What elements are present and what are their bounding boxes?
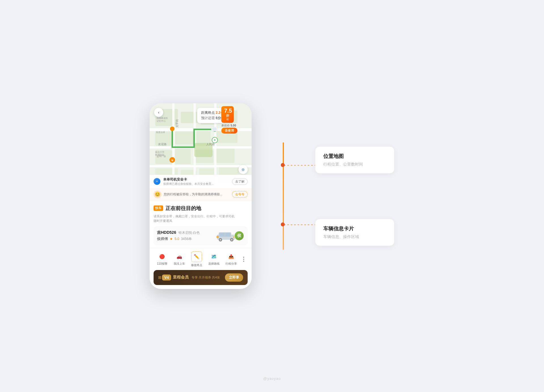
svg-text:+: +: [214, 138, 216, 142]
annotation-map-desc: 行程位置、公里数时间: [323, 162, 386, 167]
status-header: 快车 正在前往目的地: [154, 205, 248, 212]
svg-rect-27: [212, 128, 217, 130]
member-title: 里程会员: [173, 275, 189, 280]
annotations-panel: 位置地图 行程位置、公里数时间 车辆信息卡片 车辆信息、操作区域: [315, 146, 394, 246]
face-icon: 😊: [154, 190, 162, 198]
annotation-vehicle-title: 车辆信息卡片: [323, 225, 386, 232]
svg-rect-47: [226, 233, 230, 236]
action-110-label: 110报警: [157, 262, 167, 266]
driver-name: 侯师傅: [157, 236, 168, 241]
action-share-icon: 📤: [227, 253, 235, 261]
safety-know-button[interactable]: 去了解: [232, 178, 248, 185]
safety-text: 本单司机安全卡 侯师傅已通过身份核验、本月安全教育...: [163, 177, 229, 186]
svg-rect-10: [175, 149, 191, 164]
star-icon: ★: [170, 237, 173, 241]
vehicle-card: 吉HDD526 铃木启悦·白色 侯师傅 ★ 5.0 3456单: [154, 226, 248, 245]
location-button[interactable]: ⊕: [239, 165, 248, 174]
action-route-label: 选择路线: [208, 262, 220, 266]
member-card: ⊞ V4 里程会员 专享·月月领券 共4张 立即享: [154, 270, 248, 285]
action-share-label: 行程分享: [226, 262, 237, 266]
back-button[interactable]: ‹: [154, 108, 163, 117]
svg-rect-46: [220, 233, 224, 236]
action-edit-dest-icon-wrap: ✏️: [191, 251, 202, 262]
praise-button[interactable]: 去夸夸: [232, 191, 248, 198]
trip-count: 3456单: [181, 237, 192, 241]
coupon-value: 5.00: [231, 124, 236, 127]
main-container: 太平街 人民路 友谊路 棕榈林成长 记忆中心 名仕苑 延吉市妇幼 保健所 益华广…: [150, 103, 394, 289]
svg-text:附属医院: 附属医院: [155, 154, 164, 156]
svg-text:记忆中心: 记忆中心: [157, 120, 166, 122]
vehicle-plate-row: 吉HDD526 铃木启悦·白色: [157, 230, 211, 235]
action-bar: 🔴 110报警 🚗 我没上车 ✏️ 修改终点 🗺️ 选择路线: [150, 248, 252, 270]
action-share[interactable]: 📤 行程分享: [222, 253, 240, 266]
vertical-connector: [283, 142, 284, 250]
svg-point-51: [231, 239, 233, 241]
annotation-vehicle-desc: 车辆信息、操作区域: [323, 234, 386, 239]
bottom-panel: 😊 您的行程被应答啦，为辛勤的滴滴师傅鼓... 去夸夸 快车 正在前往目的地 请…: [150, 188, 252, 285]
dot-1: [281, 163, 285, 167]
action-110[interactable]: 🔴 110报警: [154, 253, 171, 266]
more-dot-2: [243, 259, 244, 260]
map-section: 太平街 人民路 友谊路 棕榈林成长 记忆中心 名仕苑 延吉市妇幼 保健所 益华广…: [150, 103, 252, 188]
phone-mockup: 太平街 人民路 友谊路 棕榈林成长 记忆中心 名仕苑 延吉市妇幼 保健所 益华广…: [150, 103, 252, 289]
member-button[interactable]: 立即享: [225, 273, 243, 282]
action-no-ride[interactable]: 🚗 我没上车: [171, 253, 188, 266]
trip-status: 快车 正在前往目的地 请系好安全带，佩戴口罩，安全出行。行程中，可要求司机 随时…: [150, 201, 252, 226]
trip-status-title: 正在前往目的地: [165, 205, 201, 212]
dot-2: [281, 222, 285, 226]
svg-rect-52: [216, 236, 219, 238]
more-dot-3: [243, 261, 244, 262]
svg-text:人民路: 人民路: [206, 143, 215, 146]
annotation-vehicle: 车辆信息卡片 车辆信息、操作区域: [315, 219, 394, 246]
svg-point-49: [220, 239, 221, 241]
action-no-ride-label: 我没上车: [174, 262, 185, 266]
praise-text: 您的行程被应答啦，为辛勤的滴滴师傅鼓...: [164, 192, 230, 196]
action-no-ride-icon: 🚗: [175, 253, 183, 261]
discount-value: 7.5: [224, 108, 231, 113]
discount-unit: 折: [224, 113, 231, 118]
driver-avatar: 侯: [234, 231, 244, 241]
status-desc-line1: 请系好安全带，佩戴口罩，安全出行。行程中，可要求司机: [154, 214, 248, 219]
safety-card: + 本单司机安全卡 侯师傅已通过身份核验、本月安全教育... 去了解: [150, 175, 252, 188]
svg-text:太平街: 太平街: [175, 119, 178, 128]
action-edit-dest[interactable]: ✏️ 修改终点: [188, 251, 205, 267]
vehicle-image-wrap: 侯: [215, 230, 244, 242]
safety-title: 本单司机安全卡: [163, 177, 229, 182]
discount-badge: 7.5 折 起 券前价 5.00 去使用: [221, 106, 237, 134]
use-coupon-button[interactable]: 去使用: [221, 128, 237, 134]
watermark: @yaoyao: [263, 376, 281, 381]
shield-icon: +: [154, 178, 160, 185]
trip-type-badge: 快车: [154, 205, 163, 211]
svg-rect-12: [216, 147, 235, 163]
status-desc: 请系好安全带，佩戴口罩，安全出行。行程中，可要求司机 随时开窗通风: [154, 214, 248, 223]
action-route-icon: 🗺️: [210, 253, 218, 261]
coupon-prefix: 券前价 5.00: [221, 124, 236, 128]
more-button[interactable]: [240, 255, 248, 263]
discount-sub: 起: [224, 117, 231, 121]
member-logo: ⊞ V4 里程会员: [158, 275, 189, 280]
svg-text:友谊路: 友谊路: [158, 143, 167, 146]
more-dot-1: [243, 257, 244, 258]
praise-notice: 😊 您的行程被应答啦，为辛勤的滴滴师傅鼓... 去夸夸: [150, 188, 252, 201]
vehicle-plate: 吉HDD526: [157, 230, 176, 235]
driver-rating: 5.0: [175, 237, 179, 241]
svg-text:橡: 橡: [171, 159, 173, 162]
member-sub: 专享·月月领券 共4张: [192, 275, 222, 280]
annotation-map: 位置地图 行程位置、公里数时间: [315, 146, 394, 173]
member-v4-badge: V4: [162, 275, 171, 280]
action-edit-dest-label: 修改终点: [191, 263, 202, 267]
vehicle-info: 吉HDD526 铃木启悦·白色 侯师傅 ★ 5.0 3456单: [157, 230, 211, 241]
action-route[interactable]: 🗺️ 选择路线: [205, 253, 222, 266]
status-desc-line2: 随时开窗通风: [154, 219, 248, 223]
vehicle-model: 铃木启悦·白色: [178, 231, 200, 235]
svg-point-24: [170, 127, 175, 131]
svg-rect-19: [150, 165, 252, 167]
vertical-bar: [283, 142, 284, 250]
svg-text:棕榈林成长: 棕榈林成长: [157, 117, 168, 119]
action-edit-dest-icon: ✏️: [193, 253, 201, 261]
svg-text:淮度台球: 淮度台球: [156, 131, 165, 134]
action-110-icon: 🔴: [158, 253, 166, 261]
annotation-map-title: 位置地图: [323, 153, 386, 160]
safety-desc: 侯师傅已通过身份核验、本月安全教育...: [163, 182, 220, 186]
svg-text:延边大学: 延边大学: [155, 151, 164, 153]
